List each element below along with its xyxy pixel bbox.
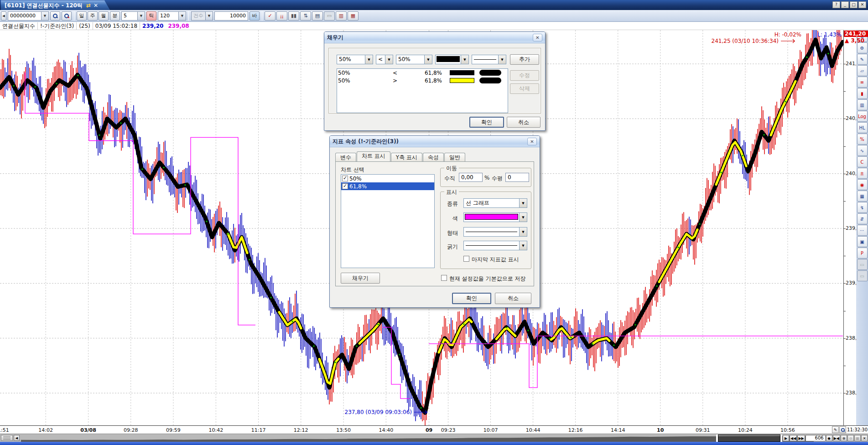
chevron-down-icon[interactable]: ▼	[519, 228, 527, 236]
chart-select-listbox[interactable]: 50%61,8%	[341, 174, 435, 268]
zigzag-icon[interactable]: ↯	[857, 202, 868, 213]
item-checkbox[interactable]	[342, 183, 348, 189]
nav-compress-icon[interactable]: ▶◀	[833, 435, 840, 441]
data-grid-icon[interactable]: ▦	[857, 191, 868, 202]
percent-chart-icon[interactable]: %	[857, 134, 868, 145]
close-line-chart-icon[interactable]: C	[857, 156, 868, 167]
tick-mode-button[interactable]: 틱	[146, 11, 156, 21]
save-default-checkbox[interactable]	[441, 275, 447, 281]
fill-dialog-titlebar[interactable]: 채우기 ✕	[324, 32, 545, 43]
navigator-view-window[interactable]	[716, 435, 782, 442]
fill-left-operand-combo[interactable]: 50%▼	[337, 55, 373, 64]
chart-select-item[interactable]: 61,8%	[341, 182, 434, 190]
volume-bars-icon[interactable]: ▮▮	[288, 11, 299, 21]
fill-right-operand-combo[interactable]: 50%▼	[396, 55, 432, 64]
fill-ok-button[interactable]: 확인	[469, 117, 504, 128]
navigator-bar-count[interactable]: 606	[806, 435, 826, 441]
graph-type-combo[interactable]: 선 그래프▼	[463, 198, 527, 208]
nav-zoom-in-icon[interactable]: ⊕	[841, 435, 847, 441]
candle-chart-icon[interactable]: ▮	[857, 88, 868, 99]
fill-rules-listbox[interactable]: 50%<61,8%50%>61,8%	[337, 68, 508, 113]
bar-count-input[interactable]	[214, 11, 248, 21]
line-width-combo[interactable]: ▼	[463, 241, 527, 250]
tab-차트 표시[interactable]: 차트 표시	[357, 151, 390, 161]
chevron-down-icon[interactable]: ▼	[519, 213, 527, 222]
updown-arrows-icon[interactable]: ⇵	[857, 213, 868, 224]
nav-forward-icon[interactable]: ▶▶	[797, 435, 805, 441]
fill-add-button[interactable]: 추가	[510, 54, 539, 65]
chevron-down-icon[interactable]: ▼	[137, 12, 145, 20]
fill-edit-button[interactable]: 수정	[510, 70, 539, 81]
symbol-code-combo[interactable]: 00000000 ▼	[8, 11, 49, 21]
signal-dot-chart-icon[interactable]: ◉	[857, 179, 868, 190]
navigator-left-arrow-button[interactable]: ◀	[14, 435, 20, 441]
value-line-chart-icon[interactable]: ∿	[857, 145, 868, 156]
symbol-search-back-button[interactable]	[62, 11, 72, 21]
fill-rule-row[interactable]: 50%<61,8%	[337, 69, 508, 77]
close-icon[interactable]: ✕	[527, 138, 537, 145]
grid-table-icon[interactable]: ▦	[348, 11, 359, 21]
log-scale-icon[interactable]: Log	[857, 111, 868, 122]
nav-close-icon[interactable]: ✕	[861, 435, 868, 441]
horizontal-input[interactable]	[505, 173, 529, 182]
line-shape-combo[interactable]: ▼	[463, 227, 527, 237]
tab-속성[interactable]: 속성	[423, 153, 444, 161]
fill-delete-button[interactable]: 삭제	[510, 83, 539, 94]
vertical-input[interactable]	[459, 173, 483, 182]
fill-color-combo[interactable]: ▼	[435, 55, 469, 64]
flip-window-icon[interactable]: ▱	[857, 65, 868, 76]
chevron-down-icon[interactable]: ▼	[519, 241, 527, 250]
tab-일반[interactable]: 일반	[444, 153, 465, 161]
annotate-pencil-button[interactable]: ✎	[832, 426, 839, 433]
period-button-일[interactable]: 일	[77, 11, 87, 21]
time-axis[interactable]: 1:5114:0203/0809:2809:5910:4211:1712:121…	[0, 425, 868, 434]
period-button-주[interactable]: 주	[88, 11, 98, 21]
zoom-tool-button[interactable]	[839, 426, 846, 433]
symbol-search-button[interactable]	[50, 11, 60, 21]
props-cancel-button[interactable]: 취소	[495, 293, 531, 304]
hl-line-chart-icon[interactable]: HL	[857, 122, 868, 133]
report-doc-icon[interactable]: ▥	[336, 11, 347, 21]
props-ok-button[interactable]: 확인	[452, 293, 491, 304]
window-button-1[interactable]: _	[841, 1, 849, 8]
fill-cancel-button[interactable]: 취소	[507, 117, 541, 128]
plus-minus-chart-icon[interactable]: ±	[857, 168, 868, 179]
chevron-down-icon[interactable]: ▼	[41, 12, 48, 20]
indicator-tools-icon[interactable]: ⚙	[857, 42, 868, 53]
window-button-3[interactable]: ✕	[858, 1, 866, 8]
navigator-minimap[interactable]	[21, 435, 814, 442]
nav-expand-icon[interactable]: ◆	[826, 435, 832, 441]
chevron-down-icon[interactable]: ▼	[424, 55, 432, 64]
printer-icon[interactable]: ▣	[857, 236, 868, 247]
text-note-icon[interactable]: ≡	[857, 77, 868, 88]
price-axis[interactable]: 241,00240,50240,00239,50239,00238,50238,…	[843, 30, 856, 425]
chevron-down-icon[interactable]: ▼	[461, 55, 468, 64]
nav-play-icon[interactable]: ▶	[783, 435, 789, 441]
last-value-checkbox[interactable]	[463, 256, 469, 262]
chevron-down-icon[interactable]: ▼	[385, 55, 393, 64]
window-button-0[interactable]: ?	[832, 1, 840, 8]
tick-value-combo[interactable]: 120 ▼	[158, 11, 186, 21]
props-fill-button[interactable]: 채우기	[341, 273, 380, 284]
props-dialog-titlebar[interactable]: 지표 속성 (!-기준라인(3)) ✕	[330, 136, 540, 147]
period-button-월[interactable]: 월	[99, 11, 109, 21]
close-icon[interactable]: ✕	[533, 34, 542, 41]
dotted-grid-icon[interactable]: ⋯	[857, 225, 868, 236]
chart-document-tab[interactable]: [6101] 연결선물지수 - 120틱⇄✕	[1, 0, 110, 10]
tab-close-icon[interactable]: ✕	[94, 1, 98, 10]
nav-rewind-icon[interactable]: ◀◀	[790, 435, 797, 441]
chevron-down-icon[interactable]: ▼	[519, 199, 527, 207]
trendline-check-icon[interactable]: ✓	[265, 11, 275, 21]
fill-rule-row[interactable]: 50%>61,8%	[337, 77, 508, 84]
toolbar-collapse-button[interactable]: ◀	[1, 11, 6, 21]
navigator-grip[interactable]	[1, 435, 13, 441]
bar-chart-icon[interactable]: ▥	[857, 99, 868, 110]
tab-Y축 표시[interactable]: Y축 표시	[391, 153, 422, 161]
fill-linestyle-combo[interactable]: ▼	[472, 55, 506, 64]
page-preview-icon[interactable]: P	[857, 248, 868, 259]
tab-변수[interactable]: 변수	[335, 153, 356, 161]
minute-mode-button[interactable]: 분	[110, 11, 120, 21]
window-button-2[interactable]: □	[850, 1, 858, 8]
chevron-down-icon[interactable]: ▼	[498, 55, 506, 64]
item-checkbox[interactable]	[342, 176, 348, 181]
